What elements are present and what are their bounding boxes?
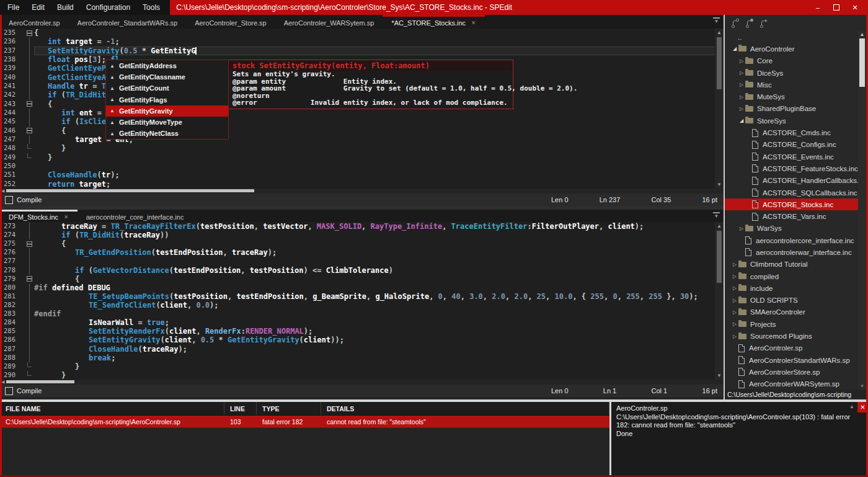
fold-marker[interactable] [25,231,34,239]
fold-marker[interactable] [25,109,34,117]
vertical-scrollbar[interactable]: ▲ ▼ [715,29,724,189]
fold-marker[interactable] [25,55,34,64]
fold-marker[interactable] [25,345,34,354]
chevron-collapsed-icon[interactable]: ▷ [731,285,738,291]
fold-marker[interactable] [25,248,34,257]
tree-item-aerocontrolerwarsytem-sp[interactable]: AeroControlerWARSytem.sp [725,378,858,390]
fold-marker[interactable] [25,283,34,292]
fold-marker[interactable] [25,354,34,362]
chevron-expanded-icon[interactable]: ◢ [738,118,745,123]
fold-marker[interactable] [25,73,34,82]
fold-marker[interactable] [25,117,34,126]
tree-item-misc[interactable]: ▷Misc [725,79,858,91]
bottom-splitter[interactable] [0,399,868,402]
fold-marker[interactable] [25,362,34,371]
tab--ac-store-stocks-inc[interactable]: *AC_STORE_Stocks.inc✕ [383,15,484,29]
chevron-collapsed-icon[interactable]: ▷ [731,321,738,327]
tree-item-aerocontroler[interactable]: ◢AeroControler [725,43,858,55]
branch-icon[interactable] [731,18,740,29]
tree-item-acstore-cmds-inc[interactable]: ACSTORE_Cmds.inc [725,127,858,138]
autocomplete-item[interactable]: ▲GetEntityClassname [106,71,228,82]
fold-marker[interactable] [25,266,34,275]
menu-edit[interactable]: Edit [25,0,51,15]
tab-list-icon[interactable]: ▼ [713,17,720,25]
chevron-collapsed-icon[interactable]: ▷ [738,82,745,87]
tree-item-include[interactable]: ▷include [725,282,858,294]
chevron-collapsed-icon[interactable]: ▷ [738,94,745,100]
scrollbar-thumb[interactable] [717,37,722,89]
tree-item-core[interactable]: ▷Core [725,55,858,67]
chevron-collapsed-icon[interactable]: ▷ [738,106,745,112]
fold-marker[interactable] [25,292,34,301]
fold-marker[interactable] [25,301,34,310]
tree-item-compiled[interactable]: ▷compiled [725,270,858,282]
fold-marker[interactable] [25,64,34,73]
tab-aerocontroler-standartwars-sp[interactable]: AeroControler_StandartWARs.sp [69,15,187,29]
tab-aerocontroler-sp[interactable]: AeroControler.sp [0,15,69,29]
horizontal-scrollbar-bottom[interactable]: ◀ [0,380,724,385]
fold-marker[interactable] [25,222,34,231]
tab-list-icon[interactable]: ▼ [713,212,720,220]
tree-item-aerocontroler-sp[interactable]: AeroControler.sp [725,342,858,354]
scrollbar-thumb[interactable] [6,380,74,383]
scroll-down-icon[interactable]: ▼ [715,373,724,378]
fold-marker[interactable] [25,100,34,109]
tree-item-acstore-sqlcallbacks-inc[interactable]: ACSTORE_SQLCallbacks.inc [725,187,858,198]
scroll-down-icon[interactable]: ▼ [858,383,866,389]
autocomplete-item[interactable]: ▲GetEntityFlags [106,94,228,105]
fold-marker[interactable] [25,135,34,144]
tree-item-storesys[interactable]: ◢StoreSys [725,115,858,127]
fold-marker[interactable] [25,310,34,318]
editor-top[interactable]: 235{236int target = -1;237SetEntityGravi… [0,29,724,189]
autocomplete-item[interactable]: ▲GetEntityMoveType [106,117,228,128]
tree-item-acstore-vars-inc[interactable]: ACSTORE_Vars.inc [725,210,858,222]
tree-item--[interactable]: .. [725,31,858,43]
tree-item-smaerocontroler[interactable]: ▷SMAeroControler [725,306,858,318]
compile-checkbox[interactable] [5,196,13,204]
tree-item-aerocontrolercore-interface-inc[interactable]: aerocontrolercore_interface.inc [725,234,858,246]
chevron-collapsed-icon[interactable]: ▷ [731,310,738,315]
tab-dfm-stocks-inc[interactable]: DFM_Stocks.inc✕ [0,210,78,222]
vertical-scrollbar[interactable]: ▲ ▼ [715,222,724,380]
fold-marker[interactable] [25,91,34,99]
chevron-collapsed-icon[interactable]: ▷ [731,274,738,279]
chevron-collapsed-icon[interactable]: ▷ [731,298,738,303]
fold-marker[interactable] [25,29,34,37]
tree-item-warsys[interactable]: ▷WarSys [725,223,858,234]
tab-aerocontroler-warsytem-sp[interactable]: AeroControler_WARSytem.sp [275,15,383,29]
fold-marker[interactable] [25,371,34,380]
branch-dot-icon[interactable] [745,18,754,29]
tree-item-acstore-featurestocks-inc[interactable]: ACSTORE_FeatureStocks.inc [725,163,858,174]
scrollbar-thumb[interactable] [6,189,254,192]
branch-plus-icon[interactable] [760,18,768,29]
chevron-collapsed-icon[interactable]: ▷ [738,226,745,231]
fold-marker[interactable] [25,257,34,265]
tree-item-sharedpluginbase[interactable]: ▷SharedPluginBase [725,103,858,115]
tree-item-projects[interactable]: ▷Projects [725,318,858,330]
tree-item-climbmod-tutorial[interactable]: ▷Climbmod Tutorial [725,259,858,270]
autocomplete-item[interactable]: ▲GetEntityNetClass [106,128,228,139]
tree-item-sourcemod-plugins[interactable]: ▷Sourcemod Plugins [725,330,858,342]
tree-item-acstore-configs-inc[interactable]: ACSTORE_Configs.inc [725,139,858,151]
fold-marker[interactable] [25,239,34,248]
fold-marker[interactable] [25,318,34,327]
horizontal-scrollbar-top[interactable]: ◀ [0,189,724,194]
compile-checkbox[interactable] [5,387,13,395]
maximize-button[interactable] [827,0,846,15]
tree-item-aerocontrolerwar-interface-inc[interactable]: aerocontrolerwar_interface.inc [725,246,858,258]
fold-marker[interactable] [25,144,34,153]
scroll-down-icon[interactable]: ▼ [715,182,724,187]
menu-tools[interactable]: Tools [136,0,166,15]
fold-marker[interactable] [25,327,34,336]
fold-marker[interactable] [25,127,34,135]
scroll-up-icon[interactable]: ▲ [849,404,854,409]
chevron-collapsed-icon[interactable]: ▷ [731,334,738,339]
scrollbar-thumb[interactable] [717,231,722,283]
scrollbar-thumb[interactable] [859,38,865,87]
close-button[interactable]: ✕ [846,0,864,15]
tree-item-dicesys[interactable]: ▷DiceSys [725,67,858,79]
error-row[interactable]: C:\Users\Jelle\Desktop\coding\sm-scripti… [0,416,609,428]
scroll-up-icon[interactable]: ▲ [715,223,724,229]
scroll-up-icon[interactable]: ▲ [858,32,866,37]
tree-item-acstore-handlercallbacks-inc[interactable]: ACSTORE_HandlerCallbacks.inc [725,175,858,187]
